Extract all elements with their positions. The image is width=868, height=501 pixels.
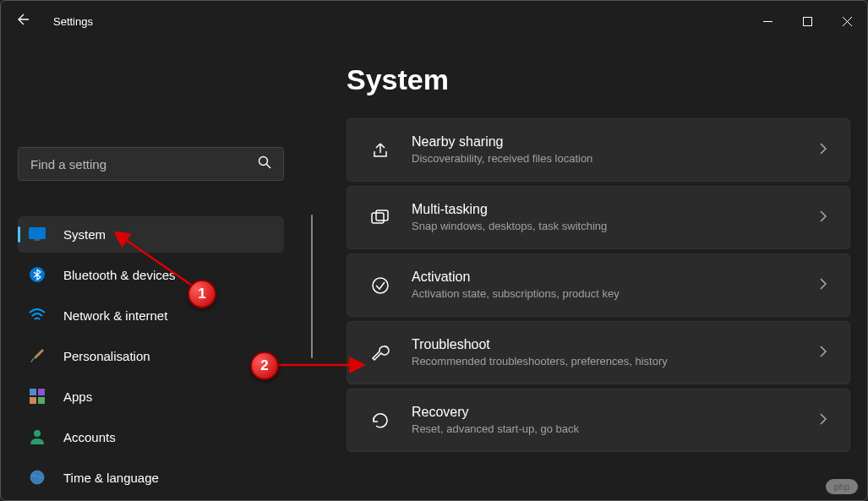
search-icon (258, 155, 271, 172)
settings-item-recovery[interactable]: Recovery Reset, advanced start-up, go ba… (347, 389, 850, 452)
sidebar-item-label: Apps (63, 389, 92, 404)
svg-rect-6 (29, 227, 46, 239)
svg-rect-17 (376, 210, 388, 221)
globe-icon (28, 468, 46, 487)
chevron-right-icon (819, 277, 827, 294)
svg-point-18 (373, 278, 388, 293)
settings-item-troubleshoot[interactable]: Troubleshoot Recommended troubleshooters… (347, 321, 850, 384)
content: System Nearby sharing Discoverability, r… (301, 41, 867, 500)
settings-item-multitasking[interactable]: Multi-tasking Snap windows, desktops, ta… (347, 186, 850, 249)
settings-item-title: Multi-tasking (412, 201, 799, 219)
brush-icon (28, 346, 46, 365)
check-icon (369, 276, 391, 295)
search-box[interactable] (18, 147, 284, 180)
window-title: Settings (53, 15, 93, 28)
sidebar-item-time-language[interactable]: Time & language (18, 460, 284, 496)
page-title: System (347, 63, 850, 96)
svg-line-5 (266, 164, 270, 168)
svg-rect-16 (372, 213, 384, 223)
sidebar-item-bluetooth[interactable]: Bluetooth & devices (18, 257, 284, 293)
recover-icon (369, 411, 391, 430)
sidebar-item-label: Bluetooth & devices (63, 268, 176, 282)
settings-item-title: Troubleshoot (412, 336, 799, 354)
svg-rect-7 (34, 239, 41, 241)
svg-point-4 (259, 157, 268, 166)
sidebar-item-label: Personalisation (63, 349, 150, 363)
display-icon (28, 225, 46, 243)
settings-item-nearby-sharing[interactable]: Nearby sharing Discoverability, received… (347, 118, 850, 182)
window-controls (748, 6, 867, 36)
chevron-right-icon (819, 345, 827, 362)
svg-rect-12 (38, 397, 45, 404)
settings-item-title: Activation (412, 269, 799, 286)
titlebar: Settings (1, 1, 867, 41)
sidebar-item-accounts[interactable]: Accounts (18, 419, 284, 455)
sidebar-item-label: Network & internet (63, 308, 167, 323)
chevron-right-icon (819, 412, 827, 429)
chevron-right-icon (819, 210, 827, 226)
search-input[interactable] (30, 157, 258, 172)
settings-item-desc: Snap windows, desktops, task switching (412, 219, 799, 234)
svg-point-13 (34, 430, 41, 437)
settings-item-desc: Reset, advanced start-up, go back (412, 422, 799, 437)
sidebar-item-label: Accounts (63, 430, 116, 444)
sidebar: System Bluetooth & devices Network & int… (1, 41, 301, 500)
svg-rect-1 (804, 17, 812, 25)
settings-item-title: Recovery (412, 404, 799, 422)
svg-rect-9 (30, 389, 36, 395)
wrench-icon (369, 344, 391, 362)
sidebar-item-personalisation[interactable]: Personalisation (18, 338, 284, 374)
settings-item-activation[interactable]: Activation Activation state, subscriptio… (347, 253, 850, 317)
nav-list: System Bluetooth & devices Network & int… (18, 216, 284, 500)
back-button[interactable] (16, 13, 30, 30)
sidebar-item-network[interactable]: Network & internet (18, 297, 284, 334)
settings-item-desc: Recommended troubleshooters, preferences… (412, 354, 799, 369)
chevron-right-icon (819, 142, 827, 159)
bluetooth-icon (28, 265, 46, 284)
sidebar-item-apps[interactable]: Apps (18, 378, 284, 415)
minimize-button[interactable] (748, 6, 788, 36)
settings-item-title: Nearby sharing (412, 133, 799, 151)
sidebar-item-label: Time & language (63, 471, 159, 485)
share-icon (369, 141, 391, 160)
sidebar-item-system[interactable]: System (18, 216, 284, 253)
svg-rect-10 (38, 389, 45, 395)
maximize-button[interactable] (788, 6, 827, 36)
person-icon (28, 427, 46, 446)
settings-item-desc: Activation state, subscriptions, product… (412, 286, 799, 302)
svg-rect-11 (30, 397, 36, 404)
close-button[interactable] (827, 6, 867, 36)
settings-list: Nearby sharing Discoverability, received… (347, 118, 850, 452)
sidebar-item-label: System (63, 227, 106, 242)
settings-item-desc: Discoverability, received files location (412, 151, 799, 166)
apps-icon (28, 387, 46, 406)
wifi-icon (28, 306, 46, 324)
multitask-icon (369, 210, 391, 226)
